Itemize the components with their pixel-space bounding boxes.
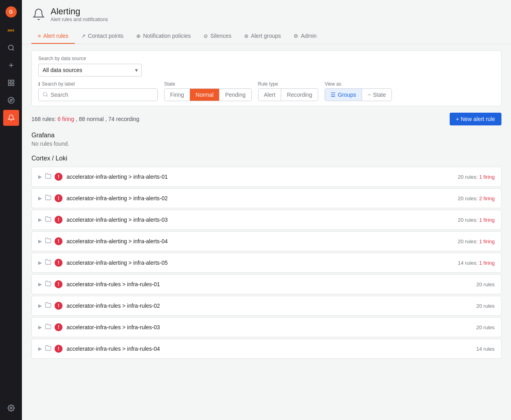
rule-type-filter-label: Rule type <box>258 81 319 87</box>
nav-add-icon[interactable] <box>3 57 19 73</box>
table-row[interactable]: ▶ ! accelerator-infra-rules > infra-rule… <box>31 296 501 316</box>
tab-contact-points-icon: ↗ <box>81 33 86 39</box>
nav-settings-icon[interactable] <box>3 400 19 416</box>
rule-count: 14 rules <box>476 346 495 352</box>
folder-icon <box>45 323 51 331</box>
tab-silences-icon: ⊘ <box>204 33 208 39</box>
label-search-input[interactable] <box>51 89 153 101</box>
firing-count: 6 firing <box>57 116 74 122</box>
datasource-select[interactable]: All data sources <box>38 64 142 76</box>
tab-notification-policies[interactable]: ⊕ Notification policies <box>130 29 197 44</box>
expand-icon[interactable]: ▶ <box>38 238 42 244</box>
folder-icon <box>45 237 51 245</box>
expand-icon[interactable]: ▶ <box>38 174 42 180</box>
firing-status-icon: ! <box>55 194 63 202</box>
tab-silences[interactable]: ⊘ Silences <box>197 29 238 44</box>
rule-type-recording-btn[interactable]: Recording <box>281 89 318 101</box>
expand-icon[interactable]: ▶ <box>38 346 42 352</box>
label-search-label: ℹ Search by label <box>38 81 158 87</box>
bell-icon <box>8 114 15 121</box>
svg-point-9 <box>10 407 12 409</box>
header-title-group: Alerting Alert rules and notifications <box>51 6 108 22</box>
nav-dashboard-icon[interactable] <box>3 75 19 91</box>
firing-status-icon: ! <box>55 280 63 288</box>
state-pending-btn[interactable]: Pending <box>219 89 251 101</box>
nav-alerting-icon[interactable] <box>3 110 19 126</box>
expand-icon[interactable]: ▶ <box>38 217 42 223</box>
folder-icon <box>45 345 51 353</box>
expand-icon[interactable]: ▶ <box>38 324 42 330</box>
nav-explore-icon[interactable] <box>3 92 19 108</box>
tab-alert-groups-icon: ⊛ <box>244 33 249 39</box>
new-alert-rule-button[interactable]: + New alert rule <box>450 113 501 125</box>
recording-count: 74 recording <box>108 116 139 122</box>
rule-name: accelerator-infra-rules > infra-rules-01 <box>67 281 476 287</box>
cortex-loki-group-title: Cortex / Loki <box>31 155 501 162</box>
view-as-filter-group: View as ☰ Groups ~ State <box>325 81 392 101</box>
tab-alert-rules[interactable]: ≡ Alert rules <box>31 29 75 44</box>
count-separator-2: , <box>105 116 108 122</box>
page-subtitle: Alert rules and notifications <box>51 17 108 22</box>
grafana-logo-icon: G <box>6 6 17 18</box>
tab-contact-points[interactable]: ↗ Contact points <box>75 29 130 44</box>
expand-icon[interactable]: ▶ <box>38 195 42 201</box>
nav-grafana-logo[interactable]: G <box>3 4 19 20</box>
search-icon <box>8 44 15 51</box>
tab-alert-groups[interactable]: ⊛ Alert groups <box>238 29 287 44</box>
table-row[interactable]: ▶ ! accelerator-infra-rules > infra-rule… <box>31 274 501 294</box>
state-normal-btn[interactable]: Normal <box>190 89 219 101</box>
table-row[interactable]: ▶ ! accelerator-infra-rules > infra-rule… <box>31 339 501 359</box>
firing-status-icon: ! <box>55 237 63 245</box>
expand-icon[interactable]: ▶ <box>38 303 42 309</box>
state-btn-group: Firing Normal Pending <box>164 88 252 101</box>
tab-admin[interactable]: ⚙ Admin <box>287 29 323 44</box>
rule-count: 14 rules: 1 firing <box>458 260 495 266</box>
grafana-group: Grafana No rules found. <box>31 132 501 147</box>
table-row[interactable]: ▶ ! accelerator-infra-rules > infra-rule… <box>31 317 501 337</box>
compass-icon <box>8 97 15 104</box>
nav-aws-icon[interactable]: aws <box>3 22 19 38</box>
expand-icon[interactable]: ▶ <box>38 281 42 287</box>
rule-rows: ▶ ! accelerator-infra-alerting > infra-a… <box>31 167 501 360</box>
state-wave-icon: ~ <box>368 92 371 98</box>
svg-rect-4 <box>12 80 14 82</box>
rule-name: accelerator-infra-rules > infra-rules-04 <box>67 346 476 352</box>
alerting-bell-icon <box>31 7 46 21</box>
table-row[interactable]: ▶ ! accelerator-infra-alerting > infra-a… <box>31 231 501 251</box>
rule-count: 20 rules <box>476 303 495 309</box>
firing-status-icon: ! <box>55 173 63 181</box>
svg-point-10 <box>43 92 47 96</box>
expand-icon[interactable]: ▶ <box>38 260 42 266</box>
rule-name: accelerator-infra-alerting > infra-alert… <box>67 195 458 201</box>
rules-toolbar: 168 rules: 6 firing , 88 normal , 74 rec… <box>31 113 501 125</box>
state-firing-btn[interactable]: Firing <box>164 89 190 101</box>
view-state-btn[interactable]: ~ State <box>362 89 392 101</box>
tabs-nav: ≡ Alert rules ↗ Contact points ⊕ Notific… <box>31 29 501 44</box>
folder-icon <box>45 259 51 267</box>
grafana-group-empty: No rules found. <box>31 141 501 147</box>
state-filter-group: State Firing Normal Pending <box>164 81 252 101</box>
tab-alert-rules-icon: ≡ <box>38 33 41 39</box>
count-separator-1: , <box>76 116 79 122</box>
cortex-loki-group: Cortex / Loki ▶ ! accelerator-infra-aler… <box>31 155 501 360</box>
table-row[interactable]: ▶ ! accelerator-infra-alerting > infra-a… <box>31 210 501 230</box>
rule-count: 20 rules <box>476 281 495 287</box>
aws-logo: aws <box>8 29 14 32</box>
firing-status-icon: ! <box>55 259 63 267</box>
firing-status-icon: ! <box>55 302 63 310</box>
folder-icon <box>45 173 51 181</box>
rule-name: accelerator-infra-alerting > infra-alert… <box>67 260 458 266</box>
nav-search-icon[interactable] <box>3 40 19 56</box>
view-groups-btn[interactable]: ☰ Groups <box>325 89 362 101</box>
table-row[interactable]: ▶ ! accelerator-infra-alerting > infra-a… <box>31 167 501 187</box>
main-content: Alerting Alert rules and notifications ≡… <box>22 0 511 420</box>
datasource-select-wrapper: All data sources <box>38 64 142 76</box>
rules-count: 168 rules: 6 firing , 88 normal , 74 rec… <box>31 116 139 122</box>
rule-type-alert-btn[interactable]: Alert <box>258 89 282 101</box>
table-row[interactable]: ▶ ! accelerator-infra-alerting > infra-a… <box>31 188 501 208</box>
info-icon: ℹ <box>38 81 40 87</box>
table-row[interactable]: ▶ ! accelerator-infra-alerting > infra-a… <box>31 253 501 273</box>
settings-icon <box>8 404 15 412</box>
header-top: Alerting Alert rules and notifications <box>31 6 501 22</box>
firing-status-icon: ! <box>55 323 63 331</box>
